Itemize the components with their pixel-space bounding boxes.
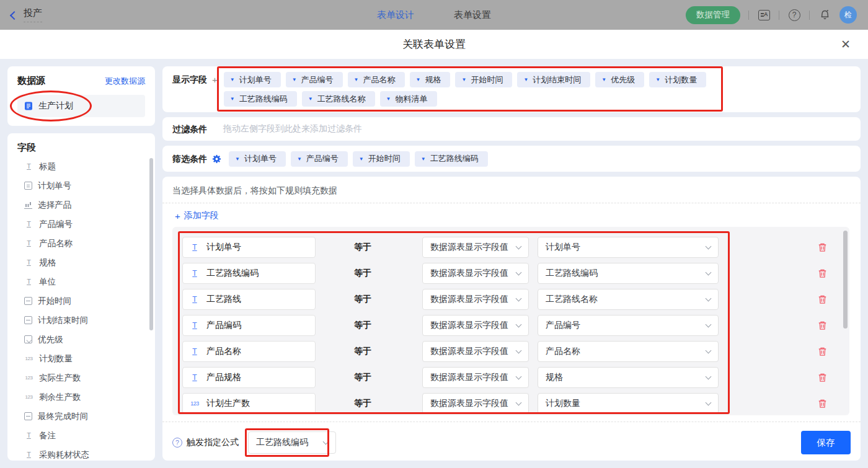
rule-source-field-select[interactable]: 计划单号 [538,237,719,258]
field-tag[interactable]: ▼工艺路线编码 [415,151,488,167]
rule-source-select[interactable]: 数据源表显示字段值 [422,341,529,362]
trash-icon[interactable] [818,320,827,330]
divider [779,11,779,20]
tag-label: 计划结束时间 [533,74,581,86]
modal-content: 数据源 更改数据源 生产计划 字段 T标题计划单号选择产品T产品编号T产品名称T… [0,59,868,468]
field-list-item[interactable]: 优先级 [17,330,149,349]
trash-icon[interactable] [818,242,827,252]
field-tag[interactable]: ▼计划单号 [229,151,286,167]
rule-operator: 等于 [354,242,390,253]
rule-source-select[interactable]: 数据源表显示字段值 [422,263,529,284]
field-tag[interactable]: ▼产品名称 [348,72,405,87]
field-list-item[interactable]: T单位 [17,272,149,291]
rule-target-field[interactable]: 123计划生产数 [182,393,316,414]
field-tag[interactable]: ▼工艺路线名称 [302,91,375,107]
rule-source-select[interactable]: 数据源表显示字段值 [422,237,529,258]
tab-form-settings[interactable]: 表单设置 [454,9,491,21]
field-tag[interactable]: ▼计划结束时间 [517,72,590,87]
trigger-formula-select[interactable]: 工艺路线编码 [248,431,336,454]
field-tag[interactable]: ▼优先级 [595,72,644,87]
gear-icon[interactable] [212,154,221,164]
trash-icon[interactable] [818,268,827,278]
add-display-field-icon[interactable]: + [212,72,218,87]
rule-target-field[interactable]: T计划单号 [182,237,316,258]
field-label: 产品编号 [39,219,73,230]
help-circle-icon[interactable]: ? [172,438,182,448]
add-field-button[interactable]: + 添加字段 [175,210,851,221]
rule-source-select[interactable]: 数据源表显示字段值 [422,367,529,388]
field-list-item[interactable]: T标题 [17,157,149,176]
field-tag[interactable]: ▼物料清单 [380,91,437,107]
rule-source-field-select[interactable]: 工艺路线编码 [538,263,719,284]
divider [809,11,810,20]
date-field-icon [24,316,32,324]
chevron-down-icon [706,400,712,406]
field-list-item[interactable]: T产品编号 [17,214,149,234]
field-label: 产品名称 [39,238,73,249]
rule-row: 123计划生产数等于数据源表显示字段值计划数量 [180,391,843,415]
close-icon[interactable]: ✕ [841,37,851,51]
save-button[interactable]: 保存 [801,431,851,454]
trash-icon[interactable] [818,399,827,408]
filter-dropzone-placeholder[interactable]: 拖动左侧字段到此处来添加过滤条件 [223,123,362,135]
rule-source-select[interactable]: 数据源表显示字段值 [422,289,529,310]
rule-source-field-select[interactable]: 产品名称 [538,341,719,362]
back-label[interactable]: 投产 [24,7,42,22]
rule-source-select[interactable]: 数据源表显示字段值 [422,393,529,414]
trash-icon[interactable] [818,294,827,304]
rule-source-field-select[interactable]: 规格 [538,367,719,388]
back-nav[interactable]: 投产 [11,7,42,22]
rule-target-field[interactable]: T产品编码 [182,315,316,336]
tab-form-design[interactable]: 表单设计 [377,9,414,21]
field-list-item[interactable]: T采购耗材状态 [17,445,149,461]
data-manage-button[interactable]: 数据管理 [686,6,740,24]
topbar-actions: 数据管理 ? 检 [686,6,857,24]
help-icon[interactable]: ? [787,8,801,22]
field-list-item[interactable]: 计划单号 [17,176,149,195]
field-tag[interactable]: ▼规格 [410,72,451,87]
select-value: 工艺路线名称 [546,294,598,305]
change-datasource-link[interactable]: 更改数据源 [105,76,145,87]
field-list-item[interactable]: T规格 [17,253,149,272]
rule-source-select[interactable]: 数据源表显示字段值 [422,315,529,336]
fields-scrollbar[interactable] [149,158,153,330]
field-list-item[interactable]: T产品名称 [17,234,149,253]
rule-row: T产品编码等于数据源表显示字段值产品编号 [180,312,843,338]
rule-source-field-select[interactable]: 产品编号 [538,315,719,336]
rule-source-field-select[interactable]: 工艺路线名称 [538,289,719,310]
trash-icon[interactable] [818,373,827,382]
rule-target-field[interactable]: T产品规格 [182,367,316,388]
field-tag[interactable]: ▼开始时间 [455,72,512,87]
field-list-item[interactable]: 最终完成时间 [17,407,149,426]
add-field-label: 添加字段 [184,210,219,221]
back-chevron-icon[interactable] [10,11,19,19]
field-list-item[interactable]: T备注 [17,426,149,445]
avatar[interactable]: 检 [839,6,857,24]
rule-target-field[interactable]: T工艺路线 [182,289,316,310]
tag-label: 产品编号 [301,74,334,86]
field-list-item[interactable]: 开始时间 [17,291,149,311]
datasource-item[interactable]: 生产计划 [17,95,145,117]
rules-scrollbar[interactable] [843,231,848,329]
field-tag[interactable]: ▼计划数量 [649,72,706,87]
field-list-item[interactable]: 123剩余生产数 [17,387,149,407]
contacts-translate-icon[interactable] [757,8,771,22]
field-list-item[interactable]: 123计划数量 [17,349,149,368]
field-list-item[interactable]: 计划结束时间 [17,311,149,330]
rule-source-field-select[interactable]: 计划数量 [538,393,719,414]
field-tag[interactable]: ▼开始时间 [353,151,410,167]
field-list-item[interactable]: 选择产品 [17,195,149,214]
field-label: 采购耗材状态 [39,449,89,461]
field-tag[interactable]: ▼产品编号 [291,151,348,167]
field-label: 实际生产数 [39,373,81,384]
tag-label: 计划单号 [244,153,277,164]
rule-target-field[interactable]: T工艺路线编码 [182,263,316,284]
triangle-down-icon: ▼ [421,156,426,162]
rule-target-field[interactable]: T产品名称 [182,341,316,362]
field-tag[interactable]: ▼产品编号 [286,72,343,87]
trash-icon[interactable] [818,347,827,356]
field-tag[interactable]: ▼计划单号 [224,72,281,87]
notifications-bell-icon[interactable] [818,8,831,22]
field-tag[interactable]: ▼工艺路线编码 [224,91,297,107]
field-list-item[interactable]: 123实际生产数 [17,368,149,387]
